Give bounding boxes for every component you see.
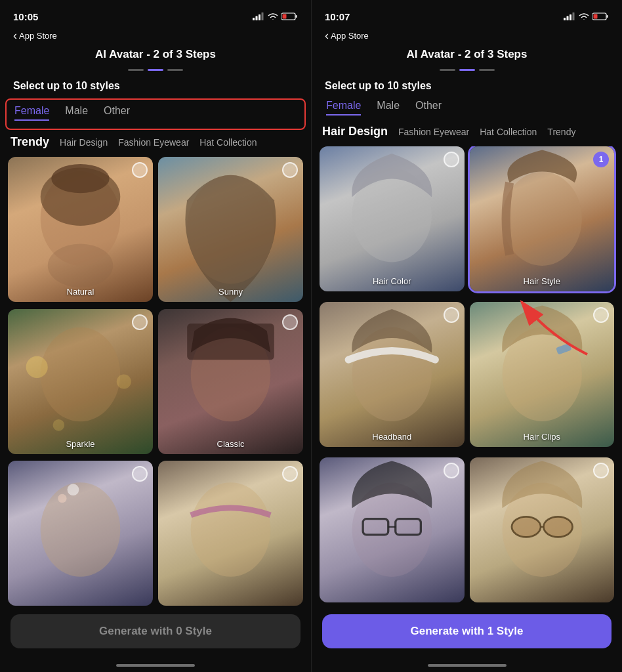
step-dot-2 (148, 69, 163, 71)
svg-point-10 (41, 168, 121, 226)
selection-circle-glasses2 (593, 463, 609, 478)
step-dot-r2 (459, 69, 475, 71)
svg-point-12 (41, 327, 121, 421)
face-extra2-svg (158, 461, 303, 606)
selection-circle-haircolor (444, 152, 459, 167)
generate-btn-right[interactable]: Generate with 1 Style (322, 614, 612, 648)
face-hairstyle-bg (470, 146, 615, 291)
signal-icon-left (253, 12, 264, 20)
face-sparkle-bg (8, 309, 153, 454)
nav-title-left: AI Avatar - 2 of 3 Steps (95, 48, 216, 61)
face-hairstyle-svg (470, 146, 615, 291)
grid-item-sparkle[interactable]: Sparkle (8, 309, 153, 454)
grid-item-label-hairclips: Hair Clips (470, 432, 615, 442)
face-natural-bg (8, 157, 153, 302)
svg-rect-27 (607, 15, 608, 18)
face-hairclips-bg (470, 302, 615, 447)
appstore-back-right[interactable]: ‹ App Store (312, 29, 622, 44)
selection-circle-natural (132, 162, 148, 178)
gender-tabs-right: Female Male Other (312, 98, 622, 125)
select-subtitle-right: Select up to 10 styles (312, 77, 622, 98)
grid-item-classic[interactable]: Classic (158, 309, 303, 454)
svg-point-14 (117, 374, 131, 388)
face-headband-bg (320, 302, 465, 447)
face-glasses1-bg (320, 457, 465, 602)
appstore-back-left[interactable]: ‹ App Store (0, 29, 311, 44)
face-natural-svg (8, 157, 153, 302)
category-eyewear-right[interactable]: Fashion Eyewear (398, 127, 469, 137)
svg-rect-2 (259, 14, 260, 20)
left-phone-panel: 10:05 ‹ App Store (0, 0, 311, 672)
time-right: 10:07 (325, 11, 350, 22)
svg-point-21 (191, 482, 271, 577)
svg-rect-25 (573, 12, 575, 20)
grid-item-headband[interactable]: Headband (320, 302, 465, 447)
selection-circle-sunny (282, 162, 298, 178)
face-sunny-bg (158, 157, 303, 302)
svg-point-20 (58, 494, 66, 503)
step-dot-r3 (479, 69, 495, 71)
grid-item-glasses1[interactable] (320, 457, 465, 602)
grid-item-haircolor[interactable]: Hair Color (320, 146, 465, 291)
face-glasses2-svg (470, 457, 615, 602)
time-left: 10:05 (13, 11, 38, 22)
svg-point-30 (502, 172, 581, 266)
face-classic-bg (158, 309, 303, 454)
wifi-icon-right (579, 12, 589, 20)
grid-item-glasses2[interactable] (470, 457, 615, 602)
grid-item-extra1-left[interactable] (8, 461, 153, 606)
category-eyewear-left[interactable]: Fashion Eyewear (118, 137, 189, 148)
svg-rect-17 (187, 324, 274, 360)
nav-bar-left: AI Avatar - 2 of 3 Steps (0, 44, 311, 66)
svg-point-40 (543, 516, 572, 537)
image-grid-left: Natural Sunny Sparkle (0, 157, 311, 608)
generate-btn-left[interactable]: Generate with 0 Style (10, 614, 301, 648)
face-hairclips-svg (470, 302, 615, 447)
battery-icon-right (592, 12, 609, 20)
face-glasses1-svg (320, 457, 465, 602)
grid-item-sunny[interactable]: Sunny (158, 157, 303, 302)
gender-tabs-container-left: Female Male Other (5, 98, 306, 130)
gender-tab-other-left[interactable]: Other (104, 105, 130, 121)
grid-item-extra2-left[interactable] (158, 461, 303, 606)
category-hat-left[interactable]: Hat Collection (199, 137, 257, 148)
category-scroll-right: Hair Design Fashion Eyewear Hat Collecti… (312, 125, 622, 146)
gender-tab-male-left[interactable]: Male (65, 105, 88, 121)
svg-rect-1 (256, 16, 258, 21)
face-classic-svg (158, 309, 303, 454)
status-bar-right: 10:07 (312, 0, 622, 29)
grid-item-natural[interactable]: Natural (8, 157, 153, 302)
face-haircolor-bg (320, 146, 465, 291)
grid-item-label-sparkle: Sparkle (8, 439, 153, 449)
selection-circle-hairclips (593, 307, 609, 323)
gender-tab-female-left[interactable]: Female (14, 105, 49, 121)
category-trendy-left[interactable]: Trendy (10, 135, 49, 149)
grid-item-label-hairstyle: Hair Style (470, 276, 615, 286)
wifi-icon-left (268, 12, 278, 20)
grid-item-label-natural: Natural (8, 287, 153, 297)
grid-item-label-headband: Headband (320, 432, 465, 442)
step-dot-1 (128, 69, 144, 71)
svg-point-18 (41, 482, 121, 577)
face-haircolor-svg (320, 146, 465, 291)
selection-circle-headband (444, 307, 459, 323)
category-trendy-right[interactable]: Trendy (547, 127, 575, 137)
category-hairdesign-left[interactable]: Hair Design (60, 137, 108, 148)
battery-icon-left (281, 12, 298, 20)
svg-point-39 (511, 516, 540, 537)
category-hairdesign-right[interactable]: Hair Design (322, 125, 388, 138)
nav-bar-right: AI Avatar - 2 of 3 Steps (312, 44, 622, 66)
step-dot-r1 (440, 69, 455, 71)
grid-item-hairclips[interactable]: Hair Clips (470, 302, 615, 447)
svg-point-13 (26, 356, 48, 377)
grid-item-hairstyle[interactable]: 1 Hair Style (470, 146, 615, 291)
right-phone-panel: 10:07 ‹ App Store AI Avata (311, 0, 622, 672)
category-hat-right[interactable]: Hat Collection (480, 127, 537, 137)
gender-tab-female-right[interactable]: Female (326, 100, 361, 116)
face-extra1-bg (8, 461, 153, 606)
gender-tab-male-right[interactable]: Male (377, 100, 400, 116)
gender-tab-other-right[interactable]: Other (415, 100, 442, 116)
image-grid-right: Hair Color 1 Hair Style (312, 146, 622, 608)
category-scroll-left: Trendy Hair Design Fashion Eyewear Hat C… (0, 135, 311, 157)
selection-circle-sparkle (132, 314, 148, 330)
